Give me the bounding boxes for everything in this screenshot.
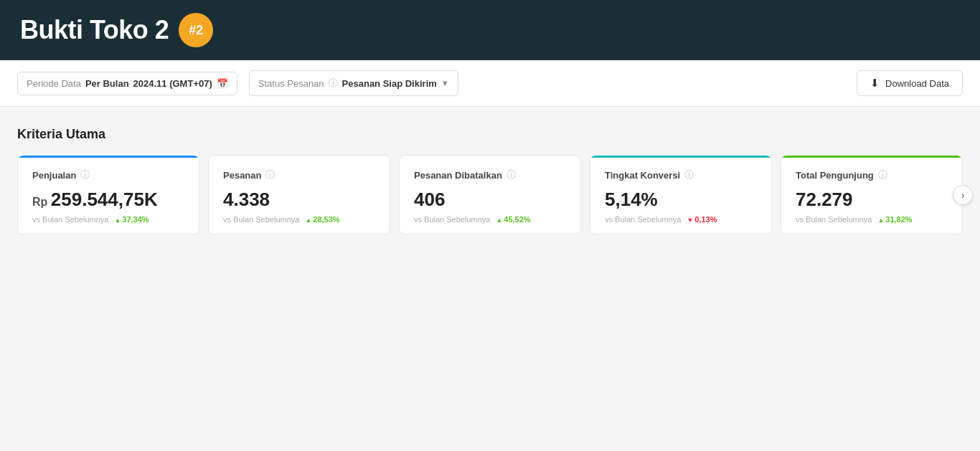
card-main-value: 406: [414, 189, 566, 211]
periode-date: 2024.11 (GMT+07): [133, 78, 212, 89]
card-main-value: 72.279: [796, 189, 948, 211]
card-title: Penjualan: [32, 170, 76, 181]
status-filter[interactable]: Status Pesanan ⓘ Pesanan Siap Dikirim ▼: [249, 70, 458, 96]
card-info-icon: ⓘ: [265, 168, 275, 181]
metrics-cards-row: Penjualan ⓘ Rp 259.544,75K vs Bulan Sebe…: [17, 155, 963, 234]
status-info-icon: ⓘ: [329, 77, 338, 90]
card-header: Total Pengunjung ⓘ: [796, 168, 948, 181]
download-data-button[interactable]: ⬇ Download Data: [857, 70, 963, 96]
card-title: Tingkat Konversi: [605, 170, 680, 181]
metric-card-total-pengunjung: Total Pengunjung ⓘ 72.279 vs Bulan Sebel…: [781, 155, 963, 234]
arrow-up-icon: [114, 215, 121, 224]
card-title: Pesanan: [223, 170, 261, 181]
card-title: Pesanan Dibatalkan: [414, 170, 502, 181]
card-header: Tingkat Konversi ⓘ: [605, 168, 757, 181]
card-main-value: 5,14%: [605, 189, 757, 211]
main-content: Kriteria Utama Penjualan ⓘ Rp 259.544,75…: [0, 107, 980, 255]
arrow-up-icon: [496, 215, 502, 224]
card-info-icon: ⓘ: [878, 168, 887, 181]
download-label: Download Data: [885, 78, 949, 89]
currency-prefix: Rp: [32, 196, 51, 208]
card-main-value: Rp 259.544,75K: [32, 189, 184, 211]
metric-card-tingkat-konversi: Tingkat Konversi ⓘ 5,14% vs Bulan Sebelu…: [590, 155, 772, 234]
card-header: Pesanan Dibatalkan ⓘ: [414, 168, 566, 181]
status-value: Pesanan Siap Dikirim: [342, 78, 437, 89]
calendar-icon: 📅: [217, 78, 228, 89]
compare-label: vs Bulan Sebelumnya: [796, 215, 872, 224]
card-main-value: 4.338: [223, 189, 375, 211]
arrow-up-icon: [305, 215, 311, 224]
periode-value: Per Bulan: [85, 78, 129, 89]
download-icon: ⬇: [870, 77, 880, 90]
card-info-icon: ⓘ: [80, 168, 90, 181]
compare-value: 37,34%: [114, 215, 149, 224]
periode-label: Periode Data: [27, 78, 81, 89]
cards-next-button[interactable]: ›: [953, 185, 973, 205]
section-title: Kriteria Utama: [17, 127, 963, 142]
dropdown-chevron-icon: ▼: [441, 79, 449, 87]
compare-label: vs Bulan Sebelumnya: [605, 215, 681, 224]
metric-card-pesanan-dibatalkan: Pesanan Dibatalkan ⓘ 406 vs Bulan Sebelu…: [399, 155, 581, 234]
status-label: Status Pesanan: [258, 78, 324, 89]
filter-bar: Periode Data Per Bulan 2024.11 (GMT+07) …: [0, 60, 980, 107]
card-compare: vs Bulan Sebelumnya 45,52%: [414, 215, 566, 224]
card-header: Pesanan ⓘ: [223, 168, 375, 181]
card-info-icon: ⓘ: [684, 168, 694, 181]
periode-filter[interactable]: Periode Data Per Bulan 2024.11 (GMT+07) …: [17, 72, 237, 95]
card-compare: vs Bulan Sebelumnya 28,53%: [223, 215, 375, 224]
compare-label: vs Bulan Sebelumnya: [32, 215, 108, 224]
header: Bukti Toko 2 #2: [0, 0, 980, 60]
header-badge: #2: [179, 13, 213, 47]
arrow-down-icon: [687, 215, 693, 224]
card-title: Total Pengunjung: [796, 170, 874, 181]
card-info-icon: ⓘ: [507, 168, 516, 181]
card-compare: vs Bulan Sebelumnya 31,82%: [796, 215, 948, 224]
compare-value: 28,53%: [305, 215, 339, 224]
header-title: Bukti Toko 2: [20, 15, 169, 45]
metric-card-penjualan: Penjualan ⓘ Rp 259.544,75K vs Bulan Sebe…: [17, 155, 199, 234]
card-compare: vs Bulan Sebelumnya 0,13%: [605, 215, 757, 224]
compare-label: vs Bulan Sebelumnya: [223, 215, 299, 224]
compare-value: 31,82%: [877, 215, 912, 224]
card-header: Penjualan ⓘ: [32, 168, 184, 181]
compare-label: vs Bulan Sebelumnya: [414, 215, 490, 224]
compare-value: 45,52%: [496, 215, 530, 224]
card-compare: vs Bulan Sebelumnya 37,34%: [32, 215, 184, 224]
compare-value: 0,13%: [687, 215, 717, 224]
metric-card-pesanan: Pesanan ⓘ 4.338 vs Bulan Sebelumnya 28,5…: [208, 155, 390, 234]
arrow-up-icon: [877, 215, 884, 224]
